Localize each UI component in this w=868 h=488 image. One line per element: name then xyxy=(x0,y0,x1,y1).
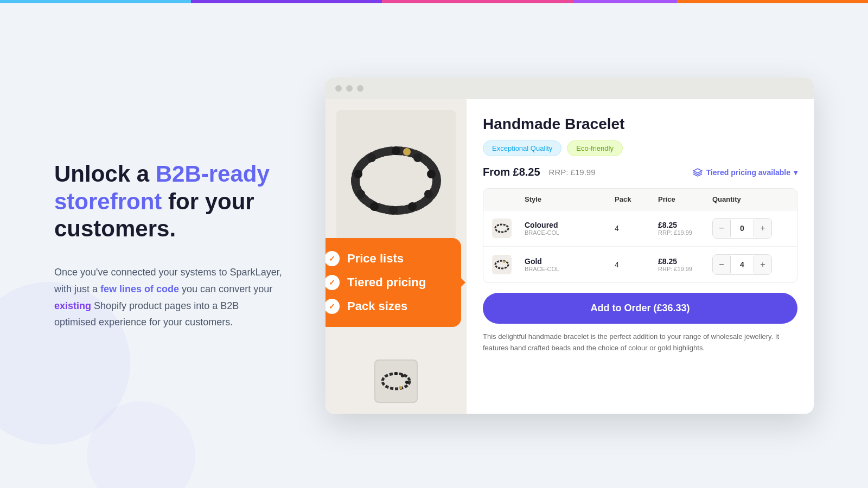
browser-body: ✓ Price lists ✓ Tiered pricing ✓ Pack si… xyxy=(326,99,814,414)
price-row: From £8.25 RRP: £19.99 Tiered pricing av… xyxy=(483,166,797,178)
row-2-pack: 4 xyxy=(615,260,658,269)
row-1-decrement-button[interactable]: − xyxy=(713,219,730,238)
tooltip-item-2: ✓ Tiered pricing xyxy=(326,275,446,290)
col-quantity: Quantity xyxy=(712,195,788,203)
svg-point-13 xyxy=(394,372,398,375)
badge-quality: Exceptional Quality xyxy=(483,140,561,156)
svg-point-8 xyxy=(356,190,365,198)
svg-point-11 xyxy=(403,148,411,156)
row-1-quantity-value: 0 xyxy=(730,220,754,237)
svg-point-18 xyxy=(495,261,508,268)
row-2-bracelet-svg xyxy=(494,260,509,269)
tooltip-label-1: Price lists xyxy=(347,252,404,266)
bracelet-main-svg xyxy=(347,132,445,219)
svg-point-9 xyxy=(354,170,362,178)
col-image xyxy=(492,195,525,203)
tooltip-label-3: Pack sizes xyxy=(347,299,407,313)
product-main-image xyxy=(336,110,456,240)
svg-point-12 xyxy=(382,374,410,389)
check-icon-2: ✓ xyxy=(326,275,340,290)
row-1-image xyxy=(492,219,512,238)
svg-point-0 xyxy=(355,151,437,210)
tooltip-card: ✓ Price lists ✓ Tiered pricing ✓ Pack si… xyxy=(326,238,461,327)
svg-point-16 xyxy=(399,386,402,389)
row-1-style-name: Coloured xyxy=(525,221,615,229)
svg-point-7 xyxy=(370,202,379,211)
bracelet-thumb-svg xyxy=(380,370,412,392)
right-section: ✓ Price lists ✓ Tiered pricing ✓ Pack si… xyxy=(326,78,814,414)
svg-point-1 xyxy=(392,146,400,155)
col-price: Price xyxy=(658,195,712,203)
product-details: Handmade Bracelet Exceptional Quality Ec… xyxy=(467,99,814,414)
tiered-pricing-link[interactable]: Tiered pricing available ▾ xyxy=(692,168,797,177)
svg-point-14 xyxy=(401,374,404,377)
row-2-quantity-stepper[interactable]: − 4 + xyxy=(712,254,772,275)
tooltip-item-1: ✓ Price lists xyxy=(326,251,446,266)
browser-dot-3 xyxy=(357,85,363,92)
row-1-quantity-stepper[interactable]: − 0 + xyxy=(712,218,772,239)
table-row: Coloured BRACE-COL 4 £8.25 RRP: £19.99 −… xyxy=(483,210,797,247)
svg-point-15 xyxy=(405,381,409,384)
chevron-down-icon: ▾ xyxy=(794,168,797,177)
product-thumbnail[interactable] xyxy=(374,359,418,403)
product-title: Handmade Bracelet xyxy=(483,115,797,133)
main-headline: Unlock a B2B-ready storefront for your c… xyxy=(54,160,282,242)
row-1-style: Coloured BRACE-COL xyxy=(525,221,615,236)
row-1-price: £8.25 RRP: £19.99 xyxy=(658,221,712,236)
row-1-price-rrp: RRP: £19.99 xyxy=(658,229,712,236)
browser-dot-1 xyxy=(335,85,342,92)
table-row: Gold BRACE-COL 4 £8.25 RRP: £19.99 − 4 xyxy=(483,247,797,282)
tiered-pricing-icon xyxy=(692,168,703,177)
price-rrp: RRP: £19.99 xyxy=(549,168,596,177)
row-2-quantity-value: 4 xyxy=(730,256,754,273)
tooltip-item-3: ✓ Pack sizes xyxy=(326,299,446,314)
row-2-image xyxy=(492,255,512,274)
row-2-price: £8.25 RRP: £19.99 xyxy=(658,257,712,272)
link-few-lines[interactable]: few lines of code xyxy=(100,284,179,294)
headline-part1: Unlock a xyxy=(54,161,156,187)
browser-mockup: ✓ Price lists ✓ Tiered pricing ✓ Pack si… xyxy=(326,78,814,414)
add-to-order-button[interactable]: Add to Order (£36.33) xyxy=(483,293,797,324)
svg-point-17 xyxy=(495,224,508,232)
browser-toolbar xyxy=(326,78,814,99)
row-2-price-rrp: RRP: £19.99 xyxy=(658,266,712,272)
svg-point-2 xyxy=(413,153,422,162)
svg-point-3 xyxy=(427,170,436,178)
product-table: Style Pack Price Quantity xyxy=(483,188,797,283)
table-header: Style Pack Price Quantity xyxy=(483,189,797,210)
col-style: Style xyxy=(525,195,615,203)
product-badges: Exceptional Quality Eco-friendly xyxy=(483,140,797,156)
row-1-price-main: £8.25 xyxy=(658,221,712,229)
row-1-increment-button[interactable]: + xyxy=(754,219,771,238)
check-icon-1: ✓ xyxy=(326,251,340,266)
price-from: From £8.25 xyxy=(483,166,540,178)
browser-dot-2 xyxy=(346,85,353,92)
row-2-price-main: £8.25 xyxy=(658,257,712,266)
badge-eco: Eco-friendly xyxy=(567,140,623,156)
row-2-increment-button[interactable]: + xyxy=(754,255,771,274)
tiered-pricing-text: Tiered pricing available xyxy=(706,168,790,177)
row-2-style-name: Gold xyxy=(525,257,615,266)
svg-point-5 xyxy=(408,202,417,211)
tooltip-label-2: Tiered pricing xyxy=(347,275,426,290)
svg-point-10 xyxy=(367,153,376,162)
row-2-style-code: BRACE-COL xyxy=(525,266,615,272)
product-description: This delightful handmade bracelet is the… xyxy=(483,331,797,354)
svg-point-4 xyxy=(424,190,433,198)
row-1-pack: 4 xyxy=(615,224,658,233)
row-1-bracelet-svg xyxy=(494,223,509,233)
check-icon-3: ✓ xyxy=(326,299,340,314)
svg-point-19 xyxy=(503,261,505,263)
product-image-area: ✓ Price lists ✓ Tiered pricing ✓ Pack si… xyxy=(326,99,467,414)
row-2-style: Gold BRACE-COL xyxy=(525,257,615,272)
row-2-decrement-button[interactable]: − xyxy=(713,255,730,274)
col-pack: Pack xyxy=(615,195,658,203)
row-1-style-code: BRACE-COL xyxy=(525,229,615,236)
svg-point-6 xyxy=(389,206,398,215)
